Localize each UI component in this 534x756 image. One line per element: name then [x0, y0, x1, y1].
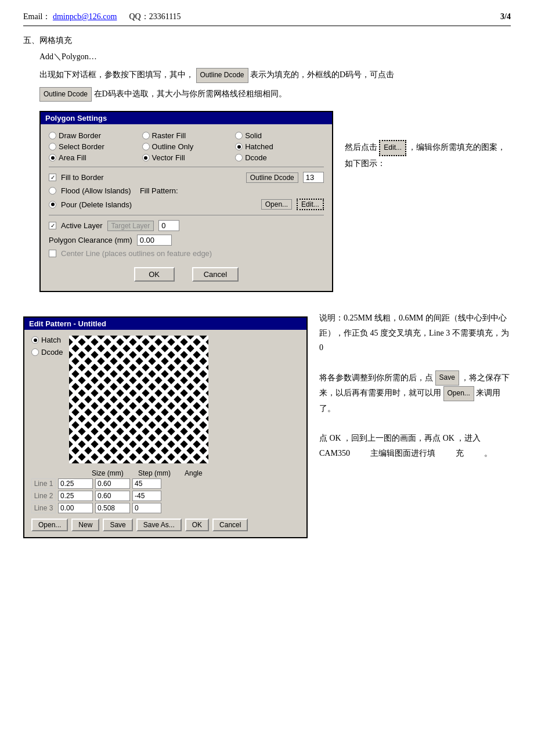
edit-pattern-left: Hatch Dcode: [31, 336, 63, 463]
radio-select-border-label: Select Border: [59, 142, 104, 151]
radio-hatched[interactable]: Hatched: [235, 142, 324, 151]
radio-outline-only-btn[interactable]: [142, 143, 150, 150]
hatch-pattern-preview: [69, 336, 208, 463]
center-line-checkbox[interactable]: [49, 250, 56, 257]
radio-outline-only[interactable]: Outline Only: [142, 142, 231, 151]
radio-dcode2[interactable]: Dcode: [31, 348, 63, 357]
radio-dcode-label: Dcode: [245, 153, 267, 162]
email-label: Email：: [23, 12, 50, 21]
radio-select-border-btn[interactable]: [49, 143, 56, 150]
target-layer-btn[interactable]: Target Layer: [107, 221, 154, 231]
radio-hatched-btn[interactable]: [235, 143, 243, 150]
radio-draw-border[interactable]: Draw Border: [49, 131, 138, 140]
edit-pattern-dialog: Edit Pattern - Untitled Hatch Dcode: [23, 316, 308, 538]
col-angle-label: Angle: [185, 469, 219, 477]
flood-row: Flood (Allow Islands) Fill Pattern:: [49, 186, 324, 195]
edit-btn-dialog[interactable]: Edit...: [297, 199, 324, 210]
ok-btn-edit[interactable]: OK: [185, 519, 209, 531]
line1-angle[interactable]: [132, 478, 161, 489]
hatch-label: Hatch: [41, 336, 61, 344]
active-layer-value[interactable]: [158, 220, 179, 231]
polygon-dialog-title: Polygon Settings: [41, 112, 332, 124]
radio-raster-fill[interactable]: Raster Fill: [142, 131, 231, 140]
pour-label: Pour (Delete Islands): [61, 200, 132, 209]
para2-text: 在D码表中选取，其大小与你所需网格线径粗细相同。: [94, 89, 287, 98]
radio-pour-btn[interactable]: [49, 201, 56, 208]
note-text1: 然后点击: [345, 143, 377, 152]
radio-dcode2-btn[interactable]: [31, 348, 39, 356]
right-note: 然后点击 Edit... ，编辑你所需填充的图案，如下图示：: [345, 105, 511, 171]
open-btn-dialog[interactable]: Open...: [261, 199, 292, 210]
radio-vector-fill-label: Vector Fill: [152, 153, 185, 162]
active-layer-row: Active Layer Target Layer: [49, 220, 324, 231]
new-btn-edit[interactable]: New: [71, 519, 99, 531]
pour-row: Pour (Delete Islands) Open... Edit...: [49, 199, 324, 210]
email-link[interactable]: dminpcb@126.com: [53, 12, 117, 21]
polygon-clearance-value[interactable]: [137, 235, 172, 246]
header-contact: Email： dminpcb@126.com QQ：23361115: [23, 12, 181, 22]
radio-dcode[interactable]: Dcode: [235, 153, 324, 162]
ok-button[interactable]: OK: [134, 267, 175, 282]
radio-group-left: Draw Border Select Border Area Fill: [49, 131, 138, 162]
line3-label: Line 3: [31, 503, 56, 513]
radio-select-border[interactable]: Select Border: [49, 142, 138, 151]
note-2: 将各参数调整到你所需的后，点 Save ，将之保存下来，以后再有需要用时，就可以…: [319, 370, 511, 416]
save-btn-note[interactable]: Save: [435, 370, 459, 386]
outline-dcode-btn-dialog[interactable]: Outline Dcode: [246, 172, 298, 183]
center-line-row: Center Line (places outlines on feature …: [49, 249, 324, 258]
outline-dcode-value[interactable]: [303, 172, 324, 183]
radio-raster-fill-label: Raster Fill: [152, 131, 186, 140]
cancel-btn-edit[interactable]: Cancel: [212, 519, 248, 531]
add-polygon-text: Add＼Polygon…: [39, 49, 511, 64]
col-size-label: Size (mm): [92, 469, 138, 477]
table-row-line2: Line 2: [31, 491, 300, 501]
radio-draw-border-label: Draw Border: [59, 131, 101, 140]
radio-dcode-btn[interactable]: [235, 154, 243, 161]
radio-vector-fill-btn[interactable]: [142, 154, 150, 161]
line1-size[interactable]: [58, 478, 93, 489]
radio-hatched-label: Hatched: [245, 142, 273, 151]
active-layer-checkbox[interactable]: [49, 222, 56, 229]
line2-step[interactable]: [95, 491, 130, 501]
line3-step[interactable]: [95, 503, 130, 513]
radio-solid-btn[interactable]: [235, 132, 243, 139]
radio-area-fill-label: Area Fill: [59, 153, 86, 162]
radio-hatch-btn[interactable]: [31, 336, 39, 344]
open-btn-note[interactable]: Open...: [443, 386, 474, 401]
radio-outline-only-label: Outline Only: [152, 142, 194, 151]
line2-size[interactable]: [58, 491, 93, 501]
outline-dcode-btn-inline[interactable]: Outline Dcode: [196, 68, 248, 83]
cancel-button[interactable]: Cancel: [192, 267, 239, 282]
fill-to-border-checkbox[interactable]: [49, 174, 56, 181]
dialog-footer: OK Cancel: [49, 261, 324, 284]
active-layer-label: Active Layer: [61, 221, 103, 230]
radio-solid[interactable]: Solid: [235, 131, 324, 140]
right-note-line1: 然后点击 Edit... ，编辑你所需填充的图案，如下图示：: [345, 140, 511, 171]
radio-flood-btn[interactable]: [49, 187, 56, 195]
center-line-label: Center Line (places outlines on feature …: [61, 249, 212, 258]
save-as-btn-edit[interactable]: Save As...: [136, 519, 182, 531]
radio-vector-fill[interactable]: Vector Fill: [142, 153, 231, 162]
col-size-header: [57, 469, 92, 477]
hatch-svg: [69, 336, 208, 463]
edit-btn-note[interactable]: Edit...: [379, 140, 406, 156]
radio-hatch[interactable]: Hatch: [31, 336, 63, 344]
pattern-table: Size (mm) Step (mm) Angle Line 1 Line 2: [31, 469, 300, 513]
open-btn-edit[interactable]: Open...: [31, 519, 68, 531]
line1-step[interactable]: [95, 478, 130, 489]
table-row-line1: Line 1: [31, 478, 300, 489]
radio-draw-border-btn[interactable]: [49, 132, 56, 139]
col-step-label: Step (mm): [138, 469, 185, 477]
line3-angle[interactable]: [132, 503, 161, 513]
line1-label: Line 1: [31, 478, 56, 489]
radio-raster-fill-btn[interactable]: [142, 132, 150, 139]
line3-size[interactable]: [58, 503, 93, 513]
radio-area-fill-btn[interactable]: [49, 154, 56, 161]
radio-area-fill[interactable]: Area Fill: [49, 153, 138, 162]
outline-dcode-btn-2[interactable]: Outline Dcode: [39, 87, 92, 102]
edit-dialog-title: Edit Pattern - Untitled: [24, 318, 306, 330]
note-1-text: 说明：0.25MM 线粗，0.6MM 的间距（线中心到中心距），作正负 45 度…: [319, 314, 509, 351]
line2-angle[interactable]: [132, 491, 161, 501]
save-btn-edit[interactable]: Save: [103, 519, 132, 531]
edit-footer: Open... New Save Save As... OK Cancel: [31, 515, 300, 531]
